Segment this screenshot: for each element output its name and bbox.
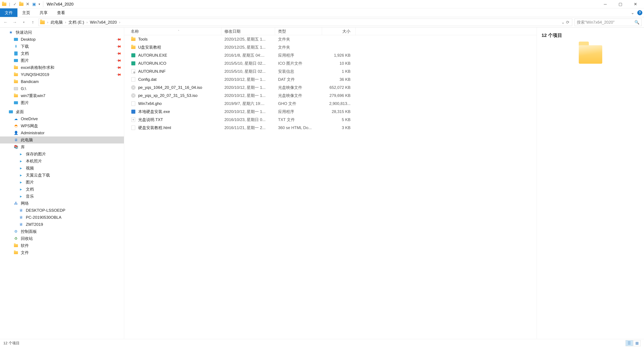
breadcrumb[interactable]: › 此电脑 › 文档 (E:) › Win7x64_2020 › ⌄ ⟳ (38, 18, 572, 26)
recent-dropdown[interactable]: ▾ (20, 19, 27, 26)
up-button[interactable]: ↑ (30, 19, 36, 26)
column-add[interactable] (356, 27, 362, 35)
label: 图片 (21, 58, 29, 63)
tab-view[interactable]: 查看 (52, 8, 70, 17)
breadcrumb-segment[interactable]: 此电脑 (50, 19, 64, 26)
file-row[interactable]: Tools2020/12/25, 星期五 1...文件夹 (124, 35, 537, 43)
sidebar-wps[interactable]: ◓ WPS网盘 (0, 122, 124, 129)
file-name: AUTORUN.ICO (138, 61, 166, 66)
file-row[interactable]: Config.dat2020/10/12, 星期一 1...DAT 文件36 K… (124, 75, 537, 83)
navigation-pane[interactable]: ★ 快速访问 Desktop📌⬇下载📌文档📌图片📌excel表格制作求和📌YUN… (0, 27, 124, 339)
icons-view-button[interactable]: ▦ (633, 340, 641, 346)
chevron-down-icon[interactable]: ⌄ (561, 20, 565, 25)
tab-share[interactable]: 共享 (35, 8, 52, 17)
search-icon[interactable]: 🔍 (634, 20, 640, 25)
file-row[interactable]: AUTORUN.ICO2015/5/10, 星期日 02...ICO 图片文件1… (124, 59, 537, 67)
sidebar-item[interactable]: ⬇下载📌 (0, 43, 124, 50)
file-icon (131, 125, 136, 130)
sidebar-item[interactable]: ▸天翼云盘下载 (0, 172, 124, 179)
sidebar-libraries[interactable]: 📚 库 (0, 143, 124, 151)
network-icon: 🖧 (14, 201, 18, 206)
help-icon[interactable]: ? (637, 10, 642, 15)
sidebar-item[interactable]: 图片 (0, 99, 124, 106)
sidebar-network[interactable]: 🖧 网络 (0, 200, 124, 207)
column-type[interactable]: 类型 (275, 27, 322, 35)
file-row[interactable]: AUTORUN.EXE2016/1/8, 星期五 04:...应用程序1,926… (124, 51, 537, 59)
minimize-button[interactable]: ─ (598, 0, 613, 8)
refresh-icon[interactable]: ⟳ (566, 20, 569, 25)
sidebar-item[interactable]: 图片📌 (0, 57, 124, 64)
sidebar-this-pc[interactable]: 🖥 此电脑 (0, 136, 124, 143)
sidebar-item[interactable]: excel表格制作求和📌 (0, 64, 124, 71)
sidebar-item[interactable]: win7重装win7 (0, 92, 124, 99)
sidebar-folder[interactable]: 文件 (0, 249, 124, 256)
sidebar-desktop[interactable]: 桌面 (0, 108, 124, 115)
qat: | ✓ ✕ ▣ ▾ (1, 1, 45, 7)
sidebar-item[interactable]: Bandicam (0, 78, 124, 85)
sidebar-item[interactable]: ▸视频 (0, 165, 124, 172)
maximize-button[interactable]: ▢ (613, 0, 628, 8)
file-row[interactable]: U盘安装教程2020/12/25, 星期五 1...文件夹 (124, 43, 537, 51)
file-row[interactable]: pe_yqs_xp_20_07_31_15_53.iso2020/10/12, … (124, 91, 537, 100)
file-size: 28,315 KB (322, 109, 356, 114)
close-icon[interactable]: ✕ (25, 2, 30, 7)
sidebar-recycle[interactable]: ♻ 回收站 (0, 235, 124, 242)
item-icon (14, 100, 18, 105)
expand-ribbon-icon[interactable]: ⌄ (630, 10, 636, 16)
back-button[interactable]: ← (2, 19, 9, 26)
item-icon (14, 37, 18, 42)
file-type: 光盘映像文件 (275, 85, 322, 90)
library-item-icon: ▸ (18, 173, 24, 178)
file-row[interactable]: 光盘说明.TXT2016/10/23, 星期日 0...TXT 文件5 KB (124, 116, 537, 124)
file-list[interactable]: Tools2020/12/25, 星期五 1...文件夹U盘安装教程2020/1… (124, 35, 537, 339)
sidebar-item[interactable]: ▸图片 (0, 179, 124, 186)
sidebar-item[interactable]: ▸文档 (0, 186, 124, 193)
sidebar-folder[interactable]: 软件 (0, 242, 124, 249)
close-button[interactable]: ✕ (628, 0, 643, 8)
computer-icon: 🖥 (18, 222, 24, 227)
sidebar-item[interactable]: ▸保存的图片 (0, 151, 124, 158)
chevron-right-icon[interactable]: › (86, 20, 89, 24)
breadcrumb-segment[interactable]: Win7x64_2020 (89, 19, 118, 26)
sidebar-item[interactable]: 🖥ZMT2019 (0, 221, 124, 228)
sidebar-item[interactable]: G:\ (0, 85, 124, 92)
chevron-down-icon[interactable]: ▾ (38, 2, 40, 6)
file-row[interactable]: 硬盘安装教程.html2016/11/21, 星期一 2...360 se HT… (124, 124, 537, 132)
file-row[interactable]: AUTORUN.INF2015/5/10, 星期日 02...安装信息1 KB (124, 67, 537, 75)
chevron-right-icon[interactable]: › (118, 20, 121, 24)
chevron-right-icon[interactable]: › (64, 20, 67, 24)
file-row[interactable]: Win7x64.gho2019/9/7, 星期六 19:...GHO 文件2,9… (124, 100, 537, 108)
label: 文件 (21, 250, 29, 255)
sidebar-item[interactable]: Desktop📌 (0, 36, 124, 43)
tab-file[interactable]: 文件 (0, 8, 18, 17)
sidebar-item[interactable]: ▸本机照片 (0, 158, 124, 165)
chevron-right-icon[interactable]: › (46, 20, 49, 24)
breadcrumb-segment[interactable]: 文档 (E:) (68, 19, 85, 26)
forward-button[interactable]: → (12, 19, 18, 26)
file-row[interactable]: 本地硬盘安装.exe2020/10/12, 星期一 1...应用程序28,315… (124, 108, 537, 116)
item-icon (14, 65, 18, 70)
sidebar-control-panel[interactable]: ⚙ 控制面板 (0, 228, 124, 235)
file-icon (131, 37, 136, 42)
search-input[interactable]: 搜索"Win7x64_2020" 🔍 (574, 18, 642, 26)
file-date: 2019/9/7, 星期六 19:... (221, 101, 275, 106)
details-view-button[interactable]: ☰ (626, 340, 633, 346)
sidebar-item[interactable]: 文档📌 (0, 50, 124, 57)
window-controls: ─ ▢ ✕ (598, 0, 643, 8)
column-size[interactable]: 大小 (322, 27, 356, 35)
column-name[interactable]: 名称 ˄ (124, 27, 221, 35)
column-date[interactable]: 修改日期 (221, 27, 275, 35)
check-icon[interactable]: ✓ (12, 2, 18, 7)
sidebar-item[interactable]: 🖥PC-20190530OBLA (0, 214, 124, 221)
sidebar-item[interactable]: YUNQISHI2019📌 (0, 71, 124, 78)
item-icon (14, 86, 18, 91)
label: 快速访问 (16, 30, 32, 35)
sidebar-onedrive[interactable]: ☁ OneDrive (0, 115, 124, 122)
file-row[interactable]: pe_yqs_1064_20_07_31_16_04.iso2020/10/12… (124, 83, 537, 91)
sidebar-item[interactable]: 🖥DESKTOP-LSSOEDP (0, 207, 124, 214)
sidebar-quick-access[interactable]: ★ 快速访问 (0, 29, 124, 36)
tab-home[interactable]: 主页 (18, 8, 35, 17)
folder-icon[interactable] (19, 2, 24, 7)
sidebar-user[interactable]: 👤 Administrator (0, 129, 124, 136)
sidebar-item[interactable]: ▸音乐 (0, 193, 124, 200)
